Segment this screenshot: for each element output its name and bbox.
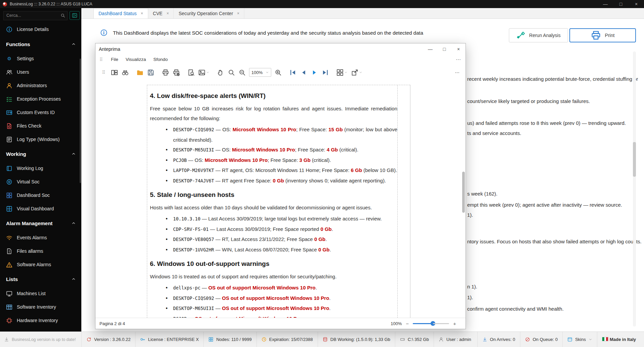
hand-tool-button[interactable] xyxy=(216,67,226,78)
menu-sfondo[interactable]: Sfondo xyxy=(153,57,168,62)
dialog-minimize-button[interactable]: — xyxy=(423,43,437,55)
sidebar-section-lists[interactable]: Lists xyxy=(0,271,81,287)
sidebar-section-working[interactable]: Working xyxy=(0,146,81,162)
dialog-maximize-button[interactable]: □ xyxy=(437,43,451,55)
chevron-up-icon xyxy=(71,151,76,156)
zoom-slider-knob[interactable] xyxy=(431,321,435,326)
multi-page-view-button[interactable] xyxy=(335,67,349,78)
zoom-out-button[interactable] xyxy=(237,67,247,78)
sidebar-item-hardware-inventory[interactable]: Hardware Inventory xyxy=(0,314,81,327)
preview-scrollbar[interactable] xyxy=(462,81,465,317)
doc-list-item: LAPTOP-M26V9TKT — RT agent, OS: Microsof… xyxy=(150,165,397,176)
table-icon xyxy=(6,304,12,310)
sidebar-item-software-inventory[interactable]: Software Inventory xyxy=(0,300,81,314)
zoom-combo[interactable]: 100% xyxy=(249,68,271,77)
dashboard-scrollbar-thumb[interactable] xyxy=(633,142,636,177)
menu-drag-handle[interactable]: ⠿ xyxy=(99,57,104,62)
filecheck-icon xyxy=(6,123,12,129)
doc-paragraph: Windows 10 is treated as out of support … xyxy=(150,272,397,281)
sidebar-scrollbar[interactable] xyxy=(80,59,81,183)
toolbar-drag-button[interactable]: ⠿ xyxy=(99,67,109,78)
zoom-in-button[interactable] xyxy=(273,67,283,78)
sidebar-item-exception-processes[interactable]: Exception Processes xyxy=(0,92,81,106)
preview-scrollbar-thumb[interactable] xyxy=(462,172,465,213)
zoom-in-button[interactable]: + xyxy=(453,321,456,326)
find-button[interactable] xyxy=(120,67,130,78)
sidebar-item-files-allarms[interactable]: Files allarms xyxy=(0,244,81,258)
menu-file[interactable]: File xyxy=(111,57,118,62)
sidebar-item-working-log[interactable]: Working Log xyxy=(0,162,81,175)
tab-close-icon[interactable]: × xyxy=(166,11,169,16)
prev-icon xyxy=(300,69,307,76)
sidebar-item-custom-events-id[interactable]: Custom Events ID xyxy=(0,106,81,119)
search-input[interactable] xyxy=(6,13,61,18)
update-text: BusinessLog version is up to date! xyxy=(12,337,76,342)
save-button[interactable] xyxy=(146,67,156,78)
next-page-button[interactable] xyxy=(310,67,319,78)
tab-cve[interactable]: CVE× xyxy=(148,8,174,19)
maximize-button[interactable]: □ xyxy=(613,0,629,8)
quick-print-button[interactable] xyxy=(171,67,181,78)
first-page-button[interactable] xyxy=(288,67,298,78)
export-document-button[interactable] xyxy=(350,67,364,78)
sidebar-section-functions[interactable]: Functions xyxy=(0,36,81,52)
menu-visualizza[interactable]: Visualizza xyxy=(126,57,146,62)
search-icon[interactable] xyxy=(61,13,65,18)
print-button[interactable] xyxy=(161,67,170,78)
page-setup-button[interactable] xyxy=(110,67,119,78)
magnifier-button[interactable] xyxy=(227,67,236,78)
status-license-enterprise-x: License : ENTERPRISE X xyxy=(135,332,203,347)
open-button[interactable] xyxy=(135,67,145,78)
rerun-analysis-button[interactable]: Rerun Analysis xyxy=(509,28,568,42)
status-label: License : ENTERPRISE X xyxy=(148,337,199,342)
sidebar-item-dashboard-soc[interactable]: DashBoard Soc xyxy=(0,188,81,202)
print-preview-button[interactable] xyxy=(186,67,196,78)
sidebar-item-users[interactable]: Users xyxy=(0,65,81,79)
users-icon xyxy=(6,69,12,75)
sidebar-item-settings[interactable]: ⚙Settings xyxy=(0,52,81,65)
sidebar-item-virtual-soc[interactable]: Virtual Soc xyxy=(0,175,81,188)
dialog-close-button[interactable]: × xyxy=(451,43,466,55)
tab-close-icon[interactable]: × xyxy=(237,11,239,16)
sidebar-item-administrators[interactable]: Administrators xyxy=(0,79,81,92)
sidebar-item-files-check[interactable]: Files Check xyxy=(0,119,81,133)
card-icon xyxy=(6,109,12,116)
last-page-button[interactable] xyxy=(320,67,330,78)
sidebar-item-license-details[interactable]: License Details xyxy=(0,22,81,36)
doc-list-item: dellxps-pc — OS out of support Microsoft… xyxy=(150,283,397,293)
monitor-icon xyxy=(6,290,12,297)
tab-dashboard-status[interactable]: DashBoard Status× xyxy=(93,8,148,19)
dashboard-scrollbar[interactable] xyxy=(633,51,636,326)
first-icon xyxy=(289,69,296,76)
doc-heading: 4. Low disk/free-space alerts (WIN/RT) xyxy=(150,92,397,100)
export-icon xyxy=(351,69,358,76)
window-title: BusinessLog ::: 3.26.0.22 ::: ASUS G18 L… xyxy=(10,2,92,6)
zoom-slider[interactable] xyxy=(413,321,449,326)
previous-page-button[interactable] xyxy=(299,67,309,78)
tab-close-icon[interactable]: × xyxy=(141,11,143,16)
sidebar-item-log-type-windows[interactable]: Log Type (Windows) xyxy=(0,133,81,146)
zoom-out-button[interactable]: − xyxy=(406,321,409,326)
dialog-menu-bar: ⠿FileVisualizzaSfondo⋯ xyxy=(95,55,466,64)
doc-list: 10.10.3.10 — Last Access 30/09/2019; lar… xyxy=(150,214,397,255)
chevron-up-icon xyxy=(71,277,76,281)
export-image-button[interactable] xyxy=(197,67,211,78)
print-button[interactable]: Print xyxy=(569,28,636,42)
doc-list-item: DESKTOP-VE80Q57 — RT, Last Access 23/11/… xyxy=(150,234,397,245)
tab-security-operation-center[interactable]: Security Operation Center× xyxy=(174,8,244,19)
close-button[interactable]: × xyxy=(629,0,644,8)
sidebar-section-alarm-management[interactable]: Alarm Management xyxy=(0,215,81,231)
sidebar-item-machines-list[interactable]: Machines List xyxy=(0,287,81,300)
queue-icon xyxy=(525,337,530,342)
collapse-sidebar-button[interactable] xyxy=(70,11,80,20)
print-preview-dialog: Anteprima — □ × ⠿FileVisualizzaSfondo⋯ ⠿… xyxy=(95,43,466,329)
sidebar-item-events-alarms[interactable]: Events Alarms xyxy=(0,231,81,244)
menu-more-button[interactable]: ⋯ xyxy=(456,57,461,63)
toolbar-more-button[interactable]: ⋯ xyxy=(452,67,462,78)
sidebar-item-visual-dashboard[interactable]: Visual Dashboard xyxy=(0,202,81,215)
sidebar-item-software-alarms[interactable]: Software Alarms xyxy=(0,258,81,271)
minimize-button[interactable]: — xyxy=(598,0,613,8)
dialog-statusbar: Pagina 2 di 4 100% − + xyxy=(95,318,466,329)
status-skins[interactable]: Skins xyxy=(562,332,597,347)
app-logo-icon xyxy=(3,2,7,6)
